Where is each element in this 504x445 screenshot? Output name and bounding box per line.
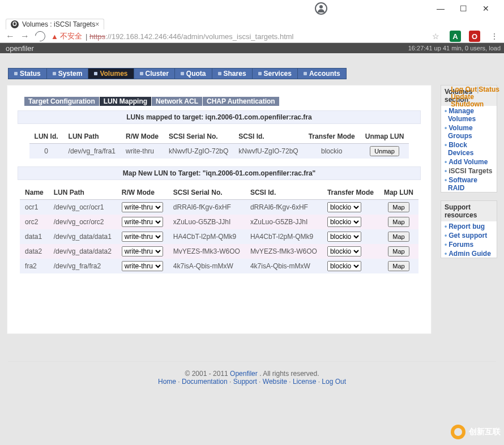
- chrome-menu-icon[interactable]: ⋮: [490, 32, 498, 41]
- scsi-serial: dRRAl6-fKgv-6xHF: [168, 200, 245, 215]
- sidebar-link-manage-volumes[interactable]: •Manage Volumes: [441, 106, 497, 123]
- mapped-col-header: SCSI Serial No.: [164, 130, 233, 144]
- sidebar-link-report-bug[interactable]: •Report bug: [441, 221, 497, 230]
- transfer-mode-select[interactable]: blockio: [327, 217, 361, 227]
- sidebar-link-software-raid[interactable]: •Software RAID: [441, 175, 497, 192]
- transfer-mode-select[interactable]: blockio: [327, 232, 361, 242]
- mapnew-col-header: Name: [20, 186, 49, 200]
- scsi-id: xZuLuo-G5ZB-JJhI: [245, 215, 322, 229]
- rw-mode-select[interactable]: write-thru: [122, 246, 163, 256]
- menu-bullet-icon: [218, 72, 221, 75]
- sidebar-link-forums[interactable]: •Forums: [441, 239, 497, 249]
- rw-mode-select[interactable]: write-thru: [122, 217, 163, 227]
- bullet-icon: •: [445, 107, 447, 115]
- mapnew-col-header: Transfer Mode: [322, 186, 379, 200]
- mapped-row: 0/dev/vg_fra/fra1write-thrukNwvfU-ZgIO-7…: [29, 144, 409, 159]
- bookmark-star-icon[interactable]: ☆: [432, 32, 439, 41]
- transfer-mode-select[interactable]: blockio: [327, 261, 361, 271]
- mapped-luns-table: LUN Id.LUN PathR/W ModeSCSI Serial No.SC…: [29, 130, 409, 159]
- footer-link-license[interactable]: License: [293, 378, 316, 386]
- scsi-serial: xZuLuo-G5ZB-JJhI: [168, 215, 245, 229]
- mapnew-col-header: R/W Mode: [117, 186, 168, 200]
- rw-mode-select[interactable]: write-thru: [122, 202, 163, 212]
- map-new-lun-table: NameLUN PathR/W ModeSCSI Serial No.SCSI …: [20, 186, 418, 273]
- subtab-network-acl[interactable]: Network ACL: [152, 97, 202, 106]
- map-button[interactable]: Map: [388, 261, 409, 271]
- unmap-button[interactable]: Unmap: [370, 146, 399, 156]
- sidebar-link-admin-guide[interactable]: •Admin Guide: [441, 249, 497, 258]
- map-button[interactable]: Map: [388, 232, 409, 242]
- mapnew-col-header: LUN Path: [49, 186, 117, 200]
- window-maximize-button[interactable]: ☐: [452, 1, 475, 16]
- menu-services[interactable]: Services: [253, 68, 298, 79]
- window-close-button[interactable]: ✕: [475, 1, 497, 16]
- sidebar-link-iscsi-targets[interactable]: •iSCSI Targets: [441, 166, 497, 175]
- lun-id: 0: [29, 144, 63, 159]
- menu-bullet-icon: [258, 72, 262, 75]
- footer-brand-link[interactable]: Openfiler: [230, 370, 258, 378]
- lun-path: /dev/vg_fra/fra2: [49, 259, 117, 273]
- forward-button[interactable]: →: [20, 31, 29, 41]
- scsi-serial: 4k7isA-Qbis-mMxW: [168, 259, 245, 273]
- extension-o-icon[interactable]: O: [469, 31, 480, 42]
- footer-link-website[interactable]: Website: [263, 378, 287, 386]
- main-menu: StatusSystemVolumesClusterQuotaSharesSer…: [8, 68, 504, 79]
- sidebar-link-add-volume[interactable]: •Add Volume: [441, 157, 497, 166]
- bullet-icon: •: [445, 141, 447, 149]
- window-minimize-button[interactable]: —: [429, 1, 452, 16]
- rw-mode-select[interactable]: write-thru: [122, 232, 163, 242]
- footer-rights: . All rights reserved.: [259, 370, 319, 378]
- sidebar-link-get-support[interactable]: •Get support: [441, 230, 497, 239]
- menu-cluster[interactable]: Cluster: [134, 68, 175, 79]
- subtab-target-configuration[interactable]: Target Configuration: [24, 97, 99, 106]
- footer-link-documentation[interactable]: Documentation: [182, 378, 228, 386]
- subtab-chap-authentication[interactable]: CHAP Authentication: [203, 97, 279, 106]
- menu-volumes[interactable]: Volumes: [88, 68, 134, 79]
- map-button[interactable]: Map: [388, 202, 409, 212]
- transfer-mode-select[interactable]: blockio: [327, 246, 361, 256]
- transfer-mode-select[interactable]: blockio: [327, 202, 361, 212]
- map-button[interactable]: Map: [388, 246, 409, 256]
- subtab-lun-mapping[interactable]: LUN Mapping: [100, 97, 151, 106]
- lun-name: orc2: [20, 215, 49, 229]
- reload-button[interactable]: [33, 29, 47, 43]
- footer-link-home[interactable]: Home: [158, 378, 176, 386]
- link-logout[interactable]: Log Out: [451, 85, 477, 93]
- link-update[interactable]: Update: [451, 93, 474, 101]
- bullet-icon: •: [445, 222, 447, 230]
- menu-system[interactable]: System: [47, 68, 89, 79]
- mapnew-row: data2/dev/vg_data/data2write-thruMvYEZS-…: [20, 244, 418, 259]
- menu-accounts[interactable]: Accounts: [298, 68, 347, 79]
- link-shutdown[interactable]: Shutdown: [451, 100, 484, 108]
- menu-quota[interactable]: Quota: [175, 68, 212, 79]
- transfer-mode-cell: blockio: [322, 259, 379, 273]
- lun-path: /dev/vg_data/data1: [49, 229, 117, 244]
- tab-close-icon[interactable]: ×: [95, 20, 99, 28]
- menu-status[interactable]: Status: [8, 68, 47, 79]
- map-button[interactable]: Map: [388, 217, 409, 227]
- scsi-id: MvYEZS-fMk3-W6OO: [245, 244, 322, 259]
- extension-a-icon[interactable]: A: [450, 31, 461, 42]
- footer-link-support[interactable]: Support: [233, 378, 257, 386]
- sidebar-link-block-devices[interactable]: •Block Devices: [441, 140, 497, 157]
- sidebar-link-volume-groups[interactable]: •Volume Groups: [441, 123, 497, 140]
- back-button[interactable]: ←: [6, 31, 15, 41]
- url-field[interactable]: ▲ 不安全 | https://192.168.142.246:446/admi…: [51, 31, 442, 41]
- bullet-icon: •: [445, 158, 447, 166]
- rw-mode-cell: write-thru: [117, 259, 168, 273]
- rw-mode-cell: write-thru: [117, 200, 168, 215]
- lun-path: /dev/vg_ocr/orc2: [49, 215, 117, 229]
- link-status[interactable]: Status: [479, 85, 499, 93]
- rw-mode-select[interactable]: write-thru: [122, 261, 163, 271]
- mapped-col-header: LUN Path: [63, 130, 121, 144]
- footer-copyright: © 2001 - 2011: [185, 370, 230, 378]
- user-profile-icon[interactable]: [315, 2, 327, 15]
- mapped-col-header: R/W Mode: [121, 130, 164, 144]
- footer-link-log-out[interactable]: Log Out: [322, 378, 346, 386]
- browser-tab[interactable]: O Volumes : iSCSI Targets ×: [6, 19, 104, 29]
- scsi-id: HA4CbT-l2pM-QMk9: [245, 229, 322, 244]
- lun-name: ocr1: [20, 200, 49, 215]
- menu-shares[interactable]: Shares: [212, 68, 253, 79]
- rw-mode-cell: write-thru: [117, 244, 168, 259]
- sub-tabs: Target ConfigurationLUN MappingNetwork A…: [24, 97, 431, 106]
